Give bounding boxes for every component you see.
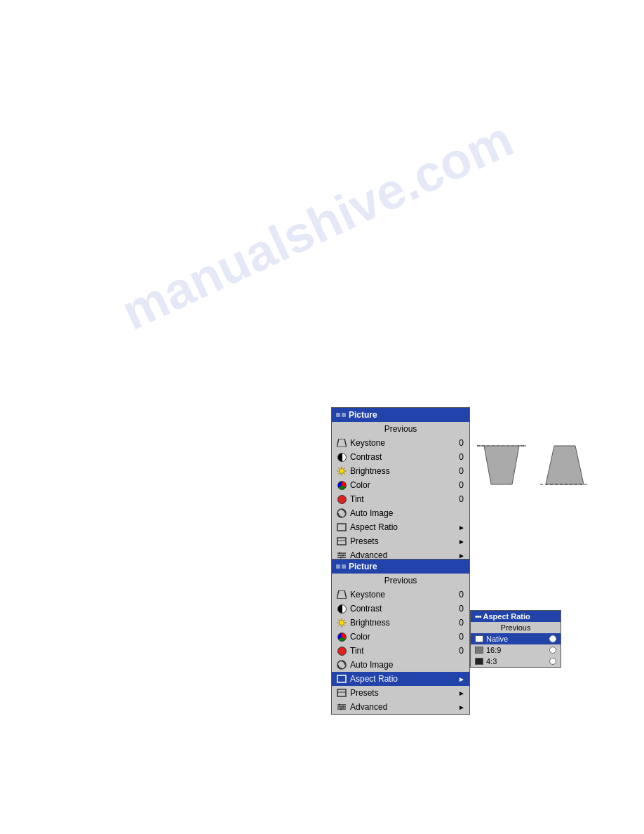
menu1-title: Picture [349,410,377,420]
brightness-icon [336,465,347,477]
menu1-item-contrast[interactable]: Contrast 0 [332,450,469,464]
svg-line-32 [339,620,340,621]
svg-rect-38 [337,689,346,696]
aspect-submenu-title-text: Aspect Ratio [483,612,530,621]
aspect-ratio2-arrow: ► [458,675,465,683]
color2-label: Color [350,632,459,642]
advanced2-icon [336,701,347,713]
tint2-icon [336,645,347,656]
keystone-label: Keystone [350,438,459,448]
menu1-item-brightness[interactable]: Brightness 0 [332,464,469,478]
aspect-ratio-arrow: ► [458,524,465,531]
4-3-swatch [475,658,483,665]
menu2-previous[interactable]: Previous [332,574,469,588]
svg-rect-12 [337,538,346,545]
color2-value: 0 [459,632,465,642]
16-9-label: 16:9 [486,646,501,654]
brightness-label: Brightness [350,466,459,476]
brightness2-value: 0 [459,618,465,628]
menu2-item-keystone[interactable]: Keystone 0 [332,588,469,602]
keystone-value: 0 [459,438,465,448]
menu2-item-presets[interactable]: Presets ► [332,686,469,700]
color-value: 0 [459,480,465,490]
menu1-item-color[interactable]: Color 0 [332,478,469,492]
menu2-dots [336,564,346,569]
menu2-item-auto-image[interactable]: Auto Image [332,658,469,672]
menu2-item-color[interactable]: Color 0 [332,630,469,644]
aspect-submenu-title-bar: ••• Aspect Ratio [471,611,561,622]
contrast2-value: 0 [459,604,465,614]
auto-image-icon [336,508,347,519]
svg-line-34 [344,620,344,621]
tint-label: Tint [350,494,459,504]
aspect-option-4-3[interactable]: 4:3 [471,656,561,667]
keystone2-value: 0 [459,590,465,600]
presets2-arrow: ► [458,689,465,697]
aspect-option-native[interactable]: Native [471,633,561,644]
menu2-item-aspect-ratio[interactable]: Aspect Ratio ► [332,672,469,686]
advanced2-label: Advanced [350,702,458,712]
color2-icon [336,631,347,642]
auto-image2-icon [336,659,347,670]
presets-icon [336,536,347,547]
tint-value: 0 [459,494,465,504]
keystone-illustration [477,435,589,491]
contrast2-icon [336,603,347,614]
presets2-icon [336,687,347,699]
aspect-ratio2-label: Aspect Ratio [350,674,458,684]
tint2-value: 0 [459,646,465,656]
menu1-item-tint[interactable]: Tint 0 [332,492,469,506]
svg-point-27 [340,621,344,626]
svg-marker-24 [546,446,584,484]
menu2-title-bar: Picture [332,560,469,574]
menu2-title: Picture [349,562,377,571]
tint-icon [336,494,347,505]
aspect-ratio2-icon [336,673,347,684]
tint2-label: Tint [350,646,459,656]
menu1-previous[interactable]: Previous [332,422,469,436]
native-radio[interactable] [549,635,556,642]
menu2-item-tint[interactable]: Tint 0 [332,644,469,658]
presets-arrow: ► [458,538,465,545]
svg-point-10 [337,509,346,517]
4-3-label: 4:3 [486,657,497,666]
svg-line-9 [339,473,340,474]
brightness2-icon [336,617,347,628]
4-3-radio[interactable] [549,658,556,665]
svg-line-8 [344,468,344,469]
svg-marker-21 [484,446,519,484]
color-label: Color [350,480,459,490]
16-9-radio[interactable] [549,647,556,654]
keystone2-icon [336,589,347,600]
trapezoid-left [477,435,526,491]
watermark: manualshive.com [113,110,521,341]
keystone2-label: Keystone [350,590,459,600]
contrast-label: Contrast [350,452,459,462]
svg-marker-0 [337,439,347,447]
aspect-option-16-9[interactable]: 16:9 [471,644,561,656]
menu1-item-auto-image[interactable]: Auto Image [332,506,469,520]
svg-line-6 [339,468,340,469]
menu2-item-advanced[interactable]: Advanced ► [332,700,469,714]
menu2-item-brightness[interactable]: Brightness 0 [332,616,469,630]
menu1-item-aspect-ratio[interactable]: Aspect Ratio ► [332,520,469,534]
aspect-ratio-submenu: ••• Aspect Ratio Previous Native 16:9 4:… [470,610,561,668]
menu2-item-contrast[interactable]: Contrast 0 [332,602,469,616]
menu1-item-keystone[interactable]: Keystone 0 [332,436,469,450]
16-9-swatch [475,647,483,654]
contrast-value: 0 [459,452,465,462]
menu1-item-presets[interactable]: Presets ► [332,534,469,548]
menu1-title-bar: Picture [332,408,469,422]
svg-marker-26 [337,590,347,599]
advanced2-arrow: ► [458,703,465,711]
contrast-icon [336,451,347,463]
auto-image-label: Auto Image [350,508,465,518]
svg-rect-11 [337,524,346,531]
svg-line-7 [344,473,344,474]
aspect-submenu-previous[interactable]: Previous [471,622,561,633]
aspect-ratio-label: Aspect Ratio [350,522,458,532]
aspect-ratio-icon [336,522,347,533]
svg-line-33 [344,625,344,626]
picture-menu-2: Picture Previous Keystone 0 Contrast 0 [331,559,470,715]
menu1-dots [336,413,346,417]
